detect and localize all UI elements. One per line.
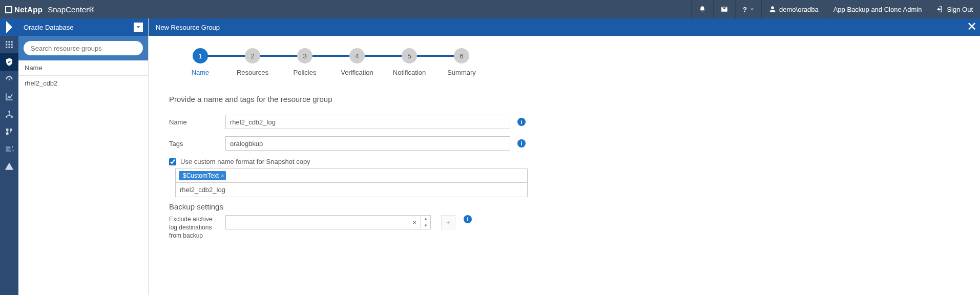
custom-format-row: Use custom name format for Snapshot copy (169, 158, 960, 165)
step-number: 6 (454, 48, 469, 64)
list-item[interactable]: rhel2_cdb2 (18, 76, 148, 90)
tags-label: Tags (169, 140, 225, 148)
exclude-combo: × ▲ ▼ (225, 215, 431, 229)
step-number: 2 (245, 48, 260, 64)
help-label: ? (743, 6, 747, 13)
sliders-icon (5, 144, 14, 154)
step-label: Resources (237, 69, 268, 76)
alert-icon (5, 162, 14, 171)
grid-icon (5, 40, 14, 49)
name-row: Name i (169, 115, 960, 129)
snapshot-format-input[interactable] (176, 183, 527, 197)
rail-alerts[interactable] (0, 158, 18, 175)
step-label: Verification (341, 69, 373, 76)
top-actions: ? demo\oradba App Backup and Clone Admin… (691, 0, 980, 18)
exclude-spinner: ▲ ▼ (421, 215, 431, 229)
context-dropdown[interactable] (134, 23, 143, 32)
step-policies[interactable]: 3 Policies (279, 48, 331, 76)
role-label-wrap[interactable]: App Backup and Clone Admin (826, 0, 929, 18)
list-item-label: rhel2_cdb2 (25, 79, 57, 87)
wizard-stepper: 1 Name 2 Resources 3 Policies 4 Verifica… (174, 48, 960, 76)
rail-dashboard[interactable] (0, 36, 18, 53)
name-input[interactable] (225, 115, 510, 129)
main-column: New Resource Group ✕ 1 Name 2 Resources … (149, 18, 980, 295)
rail-hosts[interactable] (0, 106, 18, 123)
step-name[interactable]: 1 Name (174, 48, 226, 76)
user-button[interactable]: demo\oradba (761, 0, 826, 18)
rail-settings[interactable] (0, 140, 18, 158)
step-number: 4 (349, 48, 365, 64)
rail-reports[interactable] (0, 88, 18, 106)
step-notification[interactable]: 5 Notification (383, 48, 435, 76)
exclude-add-button[interactable]: + (441, 215, 455, 229)
mail-icon (721, 6, 728, 13)
search-input[interactable] (24, 41, 143, 55)
brand-product: SnapCenter® (48, 5, 94, 14)
token-label: $CustomText (183, 172, 219, 179)
token-row[interactable]: $CustomText × (176, 169, 527, 183)
step-number: 1 (193, 48, 208, 64)
wizard-title: New Resource Group (156, 24, 220, 31)
tags-input[interactable] (225, 136, 510, 151)
step-number: 5 (402, 48, 417, 64)
context-label: Oracle Database (24, 24, 74, 31)
wizard-header: New Resource Group ✕ (149, 18, 980, 36)
user-label: demo\oradba (779, 6, 819, 13)
backup-heading: Backup settings (169, 202, 960, 211)
exclude-row: Exclude archive log destinations from ba… (169, 215, 960, 240)
custom-format-label: Use custom name format for Snapshot copy (180, 158, 310, 165)
signout-icon (936, 6, 944, 13)
caret-down-icon (136, 25, 141, 30)
step-label: Policies (294, 69, 317, 76)
list-header: Name (18, 60, 148, 76)
step-resources[interactable]: 2 Resources (226, 48, 279, 76)
form-heading: Provide a name and tags for the resource… (169, 95, 960, 103)
tags-row: Tags i (169, 136, 960, 151)
name-label: Name (169, 118, 225, 126)
custom-format-checkbox[interactable] (169, 158, 176, 165)
name-info-icon[interactable]: i (517, 118, 526, 126)
token-customtext[interactable]: $CustomText × (179, 171, 226, 180)
rail-resources[interactable] (0, 53, 18, 71)
netapp-logo-icon (5, 6, 12, 13)
step-label: Notification (393, 69, 426, 76)
top-bar: NetApp SnapCenter® ? demo\oradba App Bac… (0, 0, 980, 18)
help-button[interactable]: ? (735, 0, 761, 18)
rail-expand[interactable] (0, 18, 18, 36)
signout-button[interactable]: Sign Out (929, 0, 980, 18)
brand: NetApp SnapCenter® (0, 5, 94, 14)
bell-icon (699, 6, 706, 13)
role-label: App Backup and Clone Admin (833, 6, 922, 13)
search-wrap (18, 36, 148, 60)
chart-icon (5, 92, 14, 101)
messages-button[interactable] (713, 0, 735, 18)
user-icon (769, 6, 776, 13)
spinner-up[interactable]: ▲ (421, 216, 430, 222)
topology-icon (5, 110, 14, 119)
exclude-clear-button[interactable]: × (408, 215, 421, 229)
step-number: 3 (297, 48, 312, 64)
step-label: Name (192, 69, 210, 76)
tags-info-icon[interactable]: i (517, 139, 526, 148)
exclude-info-icon[interactable]: i (464, 215, 472, 223)
step-verification[interactable]: 4 Verification (331, 48, 383, 76)
rail-monitor[interactable] (0, 71, 18, 88)
close-button[interactable]: ✕ (967, 19, 977, 34)
snapshot-format-box: $CustomText × (175, 168, 528, 197)
rail-storage[interactable] (0, 123, 18, 140)
token-remove-icon[interactable]: × (221, 173, 224, 179)
signout-label: Sign Out (947, 6, 973, 13)
brand-company: NetApp (14, 5, 43, 14)
exclude-input[interactable] (225, 215, 408, 229)
step-label: Summary (447, 69, 476, 76)
resource-side-panel: Oracle Database Name rhel2_cdb2 (18, 18, 149, 295)
shield-check-icon (5, 57, 14, 67)
spinner-down[interactable]: ▼ (421, 222, 430, 229)
nodes-icon (5, 127, 14, 136)
wizard-content: 1 Name 2 Resources 3 Policies 4 Verifica… (149, 36, 980, 295)
notifications-button[interactable] (691, 0, 713, 18)
caret-down-icon (750, 7, 754, 11)
step-summary[interactable]: 6 Summary (435, 48, 488, 76)
nav-rail (0, 18, 18, 295)
gauge-icon (5, 75, 14, 84)
